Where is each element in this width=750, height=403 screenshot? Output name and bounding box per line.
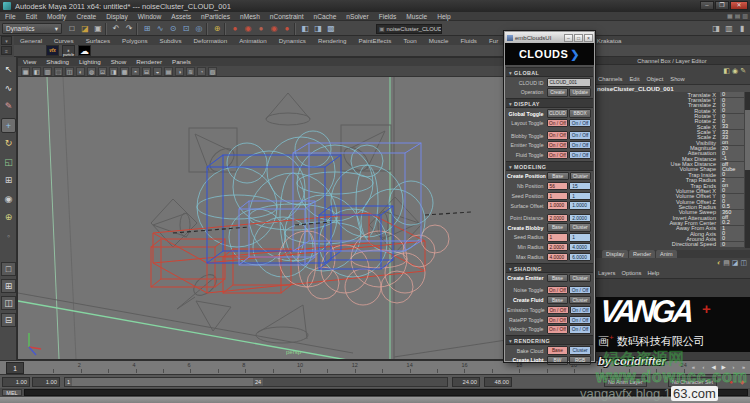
shelf-tab-painteffects[interactable]: PaintEffects <box>352 36 397 45</box>
viewport-toolbar-icon-9[interactable]: ▩ <box>120 67 129 76</box>
channelbox-menu-object[interactable]: Object <box>647 76 664 84</box>
action-button-layout-toggle[interactable]: On / Off <box>547 119 569 127</box>
layout-four-pane-button[interactable]: ⊞ <box>1 279 16 293</box>
channelbox-menu-channels[interactable]: Channels <box>598 76 623 84</box>
paint-select-tool[interactable]: ✎ <box>1 99 16 114</box>
undo-icon[interactable]: ↶ <box>110 23 122 35</box>
value-field-point-distance[interactable]: 2.0000 <box>547 214 569 222</box>
action-button-global-toggle[interactable]: BBOX <box>569 109 591 117</box>
action-button-emitter-toggle[interactable]: On / Off <box>569 141 591 149</box>
action-button-bake-cloud[interactable]: Cluster <box>569 346 591 354</box>
viewport-toolbar-icon-8[interactable]: ◨ <box>109 67 118 76</box>
anim-start-field[interactable]: 1.00 <box>2 377 30 387</box>
lasso-tool[interactable]: ∿ <box>1 81 16 96</box>
step-forward-button[interactable]: › <box>729 362 738 373</box>
panel-toggle-icon[interactable]: ▥ <box>742 12 748 19</box>
shelf-tab-muscle[interactable]: Muscle <box>423 36 455 45</box>
step-back-button[interactable]: ‹ <box>699 362 708 373</box>
menu-nconstraint[interactable]: nConstraint <box>265 13 309 20</box>
dynamics-sphere-icon-4[interactable]: ◉ <box>268 23 280 35</box>
last-tool[interactable]: ◦ <box>1 229 16 244</box>
value-field-point-distance[interactable]: 2.0000 <box>569 214 591 222</box>
menu-window[interactable]: Window <box>133 13 166 20</box>
show-manip-tool[interactable]: ⊕ <box>1 210 16 225</box>
section-header-global[interactable]: ▾GLOBAL <box>506 67 593 77</box>
viewport-toolbar-icon-2[interactable]: ▥ <box>43 67 52 76</box>
cw-minimize-button[interactable]: – <box>564 34 573 42</box>
panel-menu-lighting[interactable]: Lighting <box>74 58 106 66</box>
action-button-create-light[interactable]: RGB <box>569 356 591 364</box>
channel-sphere-icon[interactable]: ◉ <box>730 67 738 74</box>
action-button-blobby-toggle[interactable]: On / Off <box>547 131 569 139</box>
select-tool[interactable]: ↖ <box>1 62 16 77</box>
dynamics-sphere-icon-1[interactable]: ● <box>229 23 241 35</box>
viewport-toolbar-icon-1[interactable]: ◧ <box>32 67 41 76</box>
channel-value[interactable]: 0 <box>720 242 744 247</box>
panel-menu-shading[interactable]: Shading <box>41 58 74 66</box>
viewport-toolbar-icon-3[interactable]: ⬚ <box>54 67 63 76</box>
current-frame-indicator[interactable]: 1 <box>6 362 24 374</box>
snap-grid-icon[interactable]: ⊞ <box>141 23 153 35</box>
layer-move-down-icon[interactable]: ◫ <box>740 259 747 267</box>
go-to-start-button[interactable]: « <box>689 362 698 373</box>
value-field-max-radius[interactable]: 6.0000 <box>569 253 591 261</box>
action-button-noise-toggle[interactable]: On / Off <box>547 286 569 294</box>
layer-tab-render[interactable]: Render <box>629 250 655 258</box>
value-field-seed-radius[interactable]: 1 <box>547 233 569 241</box>
dynamics-sphere-icon-2[interactable]: ◉ <box>242 23 254 35</box>
viewport-toolbar-icon-14[interactable]: ◑ <box>175 67 184 76</box>
go-to-end-button[interactable]: » <box>739 362 748 373</box>
playback-end-field[interactable]: 24.00 <box>452 377 480 387</box>
action-button-create-position[interactable]: Base <box>547 172 569 180</box>
dynamics-sphere-icon-5[interactable]: ● <box>281 23 293 35</box>
panel-menu-show[interactable]: Show <box>106 58 131 66</box>
value-field-cloud-id[interactable]: CLOUD_001 <box>547 78 591 86</box>
section-header-rendering[interactable]: ▾RENDERING <box>506 335 593 345</box>
menu-nsolver[interactable]: nSolver <box>341 13 373 20</box>
shelf-tab-subdivs[interactable]: Subdivs <box>154 36 188 45</box>
action-button-operation[interactable]: Create <box>547 88 569 96</box>
panel-menu-renderer[interactable]: Renderer <box>131 58 167 66</box>
panel-toggle-icon[interactable]: ▤ <box>735 12 741 19</box>
layer-menu-options[interactable]: Options <box>621 270 641 276</box>
play-forwards-button[interactable]: ▶ <box>719 362 728 373</box>
layout-two-pane-side-button[interactable]: ◫ <box>1 296 16 310</box>
animation-prefs-button[interactable]: ◆ <box>737 377 747 387</box>
layout-two-pane-stacked-button[interactable]: ⊟ <box>1 313 16 327</box>
value-field-min-radius[interactable]: 2.0000 <box>547 243 569 251</box>
shelf-tab-deformation[interactable]: Deformation <box>188 36 234 45</box>
section-header-display[interactable]: ▾DISPLAY <box>506 98 593 108</box>
menu-nmesh[interactable]: nMesh <box>235 13 265 20</box>
ipr-render-icon[interactable]: ◨ <box>312 23 324 35</box>
shelf-tab-krakatoa[interactable]: Krakatoa <box>591 36 628 45</box>
action-button-create-blobby[interactable]: Cluster <box>569 223 591 231</box>
panel-menu-panels[interactable]: Panels <box>167 58 196 66</box>
viewport-toolbar-icon-17[interactable]: ▧ <box>208 67 217 76</box>
range-slider-handle[interactable]: 1 24 <box>65 378 263 386</box>
menu-muscle[interactable]: Muscle <box>401 13 432 20</box>
action-button-emission-toggle[interactable]: On / Off <box>547 306 569 314</box>
shelf-item-cloud[interactable]: ☁ <box>78 45 91 56</box>
scale-tool[interactable]: ◱ <box>1 155 16 170</box>
channelbox-menu-show[interactable]: Show <box>670 76 685 84</box>
layer-tab-anim[interactable]: Anim <box>656 250 677 258</box>
close-button[interactable]: ✕ <box>730 1 748 10</box>
action-button-layout-toggle[interactable]: On / Off <box>569 119 591 127</box>
value-field-seed-position[interactable]: 1 <box>547 192 569 200</box>
snap-point-icon[interactable]: ⊙ <box>167 23 179 35</box>
viewport-toolbar-icon-4[interactable]: ◫ <box>65 67 74 76</box>
mel-toggle-button[interactable]: MEL <box>2 389 22 396</box>
embclouds-window[interactable]: embCloudsUI –□× CLOUDS❯ ▾GLOBALCLOUD IDC… <box>504 31 595 362</box>
viewport-toolbar-icon-0[interactable]: ▦ <box>21 67 30 76</box>
action-button-ratepp-toggle[interactable]: On / Off <box>569 316 591 324</box>
snap-center-icon[interactable]: ◎ <box>193 23 205 35</box>
move-tool[interactable]: + <box>1 118 16 133</box>
viewport-toolbar-icon-10[interactable]: ◓ <box>131 67 140 76</box>
playback-start-field[interactable]: 1.00 <box>32 377 60 387</box>
layer-move-up-icon[interactable]: ◪ <box>732 259 739 267</box>
channel-box-object-name[interactable]: noiseCluster_CLOUD_001 <box>594 84 750 92</box>
range-slider-track[interactable]: 1 24 <box>64 377 448 387</box>
channelbox-menu-edit[interactable]: Edit <box>630 76 640 84</box>
embclouds-titlebar[interactable]: embCloudsUI –□× <box>505 32 594 43</box>
menu-file[interactable]: File <box>0 13 21 20</box>
